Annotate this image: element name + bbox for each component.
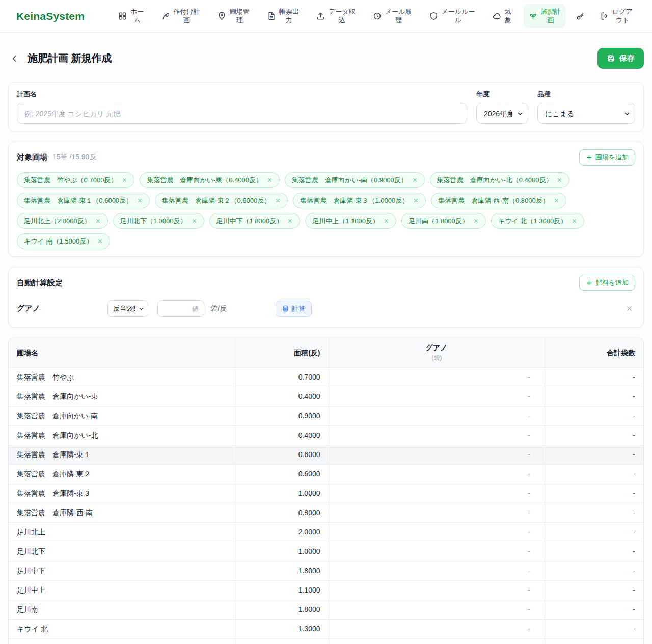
year-select[interactable]: 2026年度 [476, 103, 528, 124]
remove-field-icon[interactable] [384, 218, 389, 224]
field-tag: 集落営農 倉庫向かい-北（0.4000反） [430, 172, 570, 188]
field-tag-label: 足川北上（2.0000反） [24, 216, 91, 226]
remove-field-icon[interactable] [413, 198, 419, 203]
plan-name-input[interactable] [17, 103, 467, 124]
navbar: KeinaSystem ホー ム作付け計 画圃場管 理帳票出 力データ取 込メー… [0, 0, 652, 33]
key-icon[interactable] [573, 9, 588, 23]
save-button[interactable]: 保存 [597, 48, 644, 69]
year-label: 年度 [476, 90, 528, 99]
calc-unit-label: 袋/反 [210, 304, 227, 313]
cloud-icon [493, 12, 501, 20]
remove-field-icon[interactable] [267, 177, 273, 183]
table-row: 集落営農 倉庫隣-東１0.6000-- [9, 445, 643, 465]
area-cell: 0.8000 [235, 503, 329, 523]
field-tag: 足川南（1.8000反） [401, 213, 486, 229]
total-bags-cell: - [545, 503, 643, 523]
field-tag-label: 足川北下（1.0000反） [120, 216, 187, 226]
variety-label: 品種 [537, 90, 635, 99]
remove-field-icon[interactable] [554, 198, 559, 203]
nav-item-weather[interactable]: 気 象 [487, 4, 517, 29]
guano-cell: - [329, 387, 545, 407]
calc-value-input[interactable] [157, 300, 204, 317]
remove-field-icon[interactable] [287, 218, 293, 224]
nav-item-report-output[interactable]: 帳票出 力 [262, 4, 304, 29]
target-fields-summary: 15筆 /15.90反 [52, 153, 96, 162]
table-row: 足川北下1.0000-- [9, 542, 643, 561]
total-bags-cell: - [545, 620, 643, 639]
field-tag: キウイ 北（1.3000反） [491, 213, 584, 229]
remove-fertilizer-button[interactable] [623, 303, 635, 314]
nav-item-label: 気 象 [505, 8, 511, 25]
history-icon [373, 12, 382, 20]
nav-item-mail-rules[interactable]: メールルー ル [424, 4, 480, 29]
table-body: 集落営農 竹やぶ0.7000--集落営農 倉庫向かい-東0.4000--集落営農… [9, 368, 643, 644]
remove-field-icon[interactable] [95, 218, 101, 224]
field-tag: 集落営農 倉庫隣-東２（0.6000反） [155, 193, 288, 208]
nav-item-home[interactable]: ホー ム [113, 4, 149, 29]
upload-icon [316, 12, 325, 20]
area-cell: 0.4000 [235, 387, 329, 407]
calc-mode-select[interactable]: 反当袋数 [107, 300, 148, 317]
field-tag-label: 集落営農 倉庫隣-西-南（0.8000反） [438, 196, 549, 205]
field-tag-label: キウイ 南（1.5000反） [24, 236, 93, 246]
field-tag-label: 足川中下（1.8000反） [216, 216, 283, 226]
plan-name-label: 計画名 [17, 90, 467, 99]
back-button[interactable] [8, 52, 21, 65]
field-tag: キウイ 南（1.5000反） [17, 233, 110, 249]
page-header: 施肥計画 新規作成 保存 [8, 48, 644, 69]
field-tag-label: キウイ 北（1.3000反） [498, 216, 567, 226]
nav-item-logout[interactable]: ログア ウト [595, 4, 638, 29]
total-bags-cell: - [545, 387, 643, 407]
remove-field-icon[interactable] [412, 177, 418, 183]
table-row: 足川中上1.1000-- [9, 581, 643, 600]
add-fertilizer-button[interactable]: 肥料を追加 [579, 275, 635, 291]
total-bags-cell: - [545, 368, 643, 387]
calc-button[interactable]: 計算 [276, 301, 312, 317]
remove-field-icon[interactable] [122, 177, 127, 183]
remove-field-icon[interactable] [97, 238, 103, 244]
field-name-cell: 足川中下 [9, 561, 235, 581]
field-name-cell: 足川中上 [9, 581, 235, 600]
field-name-cell: 集落営農 倉庫向かい-北 [9, 426, 235, 445]
guano-cell: - [329, 600, 545, 620]
remove-field-icon[interactable] [192, 218, 197, 224]
header-field-name: 圃場名 [9, 338, 235, 368]
nav-item-fertilization-plan[interactable]: 施肥計 画 [524, 4, 566, 29]
area-cell: 1.1000 [235, 581, 329, 600]
calculator-icon [282, 305, 289, 312]
guano-cell: - [329, 503, 545, 523]
brand-logo[interactable]: KeinaSystem [16, 10, 85, 22]
total-bags-cell: - [545, 426, 643, 445]
field-name-cell: キウイ 南 [9, 639, 235, 644]
table-row: 足川南1.8000-- [9, 600, 643, 620]
wheat-icon [161, 12, 170, 20]
nav-item-cropping-plan[interactable]: 作付け計 画 [156, 4, 205, 29]
nav-item-label: 施肥計 画 [541, 8, 561, 25]
total-bags-cell: - [545, 639, 643, 644]
remove-field-icon[interactable] [572, 218, 577, 224]
guano-cell: - [329, 639, 545, 644]
field-tag: 足川中下（1.8000反） [209, 213, 301, 229]
nav-item-field-management[interactable]: 圃場管 理 [212, 4, 255, 29]
area-cell: 0.7000 [235, 368, 329, 387]
remove-field-icon[interactable] [473, 218, 479, 224]
variety-select[interactable]: にこまる [537, 103, 635, 124]
nav-item-label: 帳票出 力 [279, 8, 299, 25]
nav-item-data-import[interactable]: データ取 込 [311, 4, 361, 29]
field-name-cell: 集落営農 倉庫隣-東２ [9, 465, 235, 484]
guano-cell: - [329, 426, 545, 445]
total-bags-cell: - [545, 465, 643, 484]
field-name-cell: 集落営農 倉庫隣-東１ [9, 445, 235, 465]
area-cell: 2.0000 [235, 523, 329, 542]
remove-field-icon[interactable] [557, 177, 562, 183]
target-fields-card: 対象圃場 15筆 /15.90反 圃場を追加 集落営農 竹やぶ（0.7000反）… [8, 142, 644, 257]
remove-field-icon[interactable] [275, 198, 281, 203]
field-tag: 集落営農 竹やぶ（0.7000反） [17, 172, 134, 188]
remove-field-icon[interactable] [137, 198, 143, 203]
logout-icon [600, 12, 609, 20]
add-field-button[interactable]: 圃場を追加 [579, 149, 635, 166]
nav-item-mail-history[interactable]: メール履 歴 [368, 4, 417, 29]
nav-item-label: ログア ウト [612, 8, 633, 25]
close-icon [626, 305, 633, 312]
area-cell: 1.8000 [235, 600, 329, 620]
